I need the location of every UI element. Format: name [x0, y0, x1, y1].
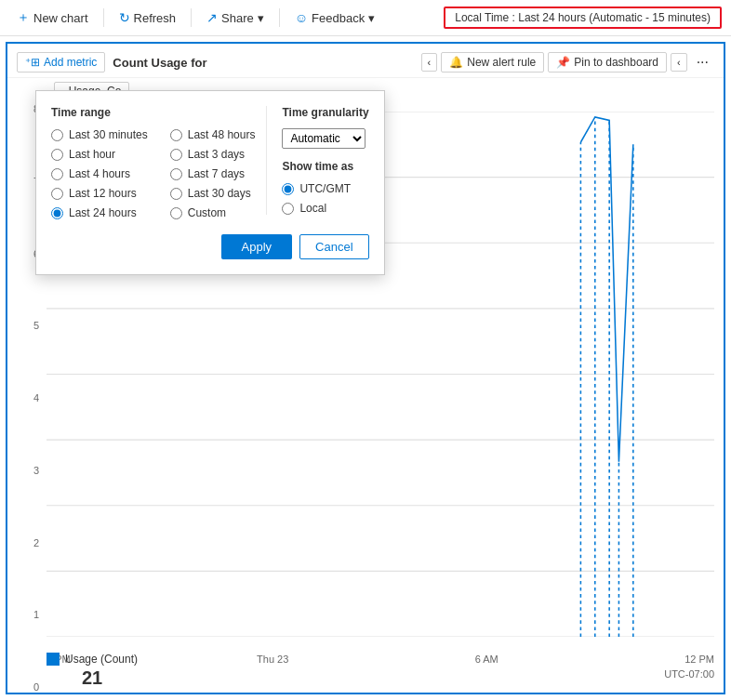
divider1 [103, 8, 104, 27]
pin-icon: 📌 [556, 56, 570, 69]
apply-button[interactable]: Apply [221, 234, 293, 259]
y-label-8: 8 [7, 104, 39, 114]
time-range-popup: Time range Last 30 minutes Last hour [35, 90, 385, 275]
y-label-0: 0 [7, 682, 39, 693]
feedback-chevron-icon: ▾ [368, 11, 375, 25]
radio-7d-input[interactable] [170, 168, 182, 180]
radio-local[interactable]: Local [282, 202, 368, 215]
popup-actions: Apply Cancel [51, 234, 369, 259]
radio-utcgmt-input[interactable] [282, 183, 294, 195]
show-time-options: UTC/GMT Local [282, 182, 368, 215]
y-label-4: 4 [7, 393, 39, 403]
time-range-col1: Last 30 minutes Last hour Last 4 hours [51, 128, 148, 219]
cancel-button[interactable]: Cancel [299, 234, 368, 259]
chart-header-actions: ‹ 🔔 New alert rule 📌 Pin to dashboard ‹ … [421, 51, 714, 73]
share-icon: ↗ [206, 10, 218, 25]
chart-legend: Usage (Count) 21 [47, 653, 138, 689]
radio-48hr[interactable]: Last 48 hours [170, 128, 256, 141]
radio-12hr[interactable]: Last 12 hours [51, 187, 148, 200]
granularity-section: Time granularity Automatic 1 minute 5 mi… [266, 106, 368, 215]
time-range-col2: Last 48 hours Last 3 days Last 7 days [170, 128, 256, 219]
left-chevron-button[interactable]: ‹ [421, 53, 438, 72]
radio-7d[interactable]: Last 7 days [170, 167, 256, 180]
show-time-title: Show time as [282, 160, 368, 173]
legend-value: 21 [82, 667, 102, 689]
radio-1hr-input[interactable] [51, 149, 63, 161]
radio-1hr[interactable]: Last hour [51, 148, 148, 161]
granularity-select-row: Automatic 1 minute 5 minutes 15 minutes … [282, 128, 368, 149]
chart-title: Count Usage for [113, 56, 413, 70]
granularity-subsection: Time granularity Automatic 1 minute 5 mi… [282, 106, 368, 149]
share-chevron-icon: ▾ [258, 11, 264, 25]
x-label-thu23: Thu 23 [257, 654, 288, 665]
refresh-icon: ↻ [119, 10, 130, 25]
add-metric-button[interactable]: ⁺⊞ Add metric [17, 52, 105, 73]
pin-to-dashboard-button[interactable]: 📌 Pin to dashboard [548, 52, 667, 73]
x-label-12pm: 12 PM [684, 654, 714, 665]
toolbar: ＋ New chart ↻ Refresh ↗ Share ▾ ☺ Feedba… [0, 0, 731, 36]
radio-24hr-input[interactable] [51, 207, 63, 219]
chart-header: ⁺⊞ Add metric Count Usage for ‹ 🔔 New al… [7, 44, 724, 78]
y-label-5: 5 [7, 321, 39, 331]
alert-icon: 🔔 [449, 56, 463, 69]
refresh-button[interactable]: ↻ Refresh [112, 7, 184, 29]
time-range-columns: Last 30 minutes Last hour Last 4 hours [51, 128, 255, 219]
radio-local-input[interactable] [282, 203, 294, 215]
add-metric-icon: ⁺⊞ [25, 56, 40, 69]
timezone-label: UTC-07:00 [664, 668, 714, 680]
x-label-6am: 6 AM [475, 654, 498, 665]
time-range-badge: Local Time : Last 24 hours (Automatic - … [444, 7, 722, 29]
time-range-title: Time range [51, 106, 255, 119]
y-label-1: 1 [7, 610, 39, 620]
radio-30min-input[interactable] [51, 129, 63, 141]
y-label-6: 6 [7, 249, 39, 259]
new-alert-button[interactable]: 🔔 New alert rule [441, 52, 544, 73]
divider2 [191, 8, 192, 27]
share-button[interactable]: ↗ Share ▾ [199, 7, 272, 29]
radio-3d-input[interactable] [170, 149, 182, 161]
y-label-3: 3 [7, 466, 39, 476]
new-chart-button[interactable]: ＋ New chart [9, 6, 96, 30]
x-axis: 6 PM Thu 23 6 AM 12 PM [47, 654, 714, 665]
feedback-button[interactable]: ☺ Feedback ▾ [287, 7, 382, 29]
granularity-title: Time granularity [282, 106, 368, 119]
radio-custom[interactable]: Custom [170, 206, 256, 219]
radio-30d-input[interactable] [170, 188, 182, 200]
radio-12hr-input[interactable] [51, 188, 63, 200]
radio-utcgmt[interactable]: UTC/GMT [282, 182, 368, 195]
radio-custom-input[interactable] [170, 207, 182, 219]
time-range-section: Time range Last 30 minutes Last hour [51, 106, 255, 219]
radio-4hr[interactable]: Last 4 hours [51, 167, 148, 180]
plus-icon: ＋ [17, 9, 30, 26]
show-time-subsection: Show time as UTC/GMT Local [282, 160, 368, 215]
divider3 [279, 8, 280, 27]
radio-30min[interactable]: Last 30 minutes [51, 128, 148, 141]
more-options-button[interactable]: ··· [691, 51, 714, 73]
y-label-2: 2 [7, 538, 39, 548]
radio-30d[interactable]: Last 30 days [170, 187, 256, 200]
radio-48hr-input[interactable] [170, 129, 182, 141]
feedback-icon: ☺ [295, 10, 308, 25]
right-chevron-button[interactable]: ‹ [671, 53, 687, 72]
granularity-select[interactable]: Automatic 1 minute 5 minutes 15 minutes … [282, 128, 366, 149]
radio-3d[interactable]: Last 3 days [170, 148, 256, 161]
chart-container: ⁺⊞ Add metric Count Usage for ‹ 🔔 New al… [6, 42, 725, 694]
radio-4hr-input[interactable] [51, 168, 63, 180]
legend-label: Usage (Count) [65, 653, 138, 666]
y-label-7: 7 [7, 177, 39, 187]
legend-color-swatch [47, 653, 60, 666]
radio-24hr[interactable]: Last 24 hours [51, 206, 148, 219]
